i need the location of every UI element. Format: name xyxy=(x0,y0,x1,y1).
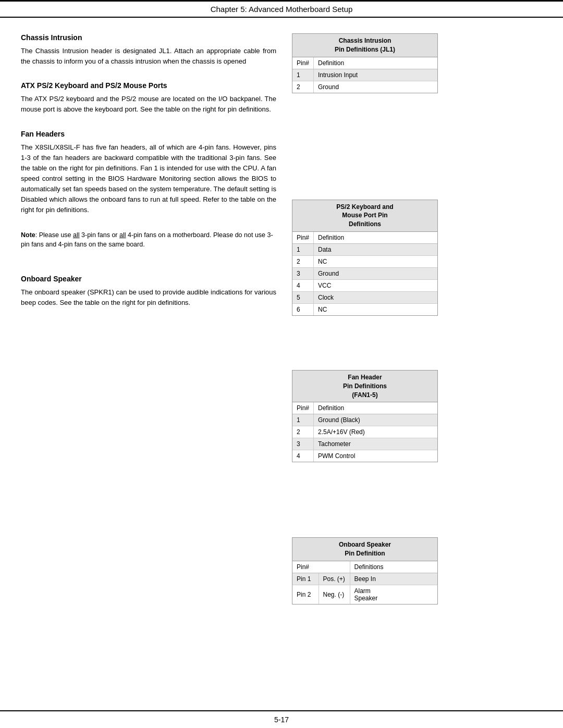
pin-definition: PWM Control xyxy=(314,450,437,462)
chassis-intrusion-table-title: Chassis IntrusionPin Definitions (JL1) xyxy=(292,34,437,57)
chassis-intrusion-table: Pin# Definition 1Intrusion Input2Ground xyxy=(292,57,437,93)
table-row: 1Intrusion Input xyxy=(292,69,437,81)
pin-number: 5 xyxy=(292,291,314,303)
fan-table-title: Fan HeaderPin Definitions(FAN1-5) xyxy=(292,371,437,402)
note-text1: : Please use xyxy=(35,231,73,239)
chassis-intrusion-section: Chassis Intrusion The Chassis Intrusion … xyxy=(21,33,276,67)
ps2-table-header-def: Definition xyxy=(314,232,437,244)
pin-number: 1 xyxy=(292,69,314,81)
pin-definition: Data xyxy=(314,243,437,255)
chassis-intrusion-text: The Chassis Intrusion header is designat… xyxy=(21,46,276,67)
pin-pos: Pos. (+) xyxy=(319,573,350,585)
table-row: 22.5A/+16V (Red) xyxy=(292,426,437,438)
fan-table-header-pin: Pin# xyxy=(292,402,314,414)
fan-headers-section: Fan Headers The X8SIL/X8SIL-F has five f… xyxy=(21,130,276,216)
ps2-table-header-pin: Pin# xyxy=(292,232,314,244)
note-label: Note xyxy=(21,231,35,239)
table-row: Pin 2Neg. (-)AlarmSpeaker xyxy=(292,585,437,604)
table-row: 2NC xyxy=(292,255,437,267)
pin-number: 3 xyxy=(292,267,314,279)
onboard-speaker-table-wrapper: Onboard SpeakerPin Definition Pin# Defin… xyxy=(292,537,438,604)
onboard-speaker-table: Pin# Definitions Pin 1Pos. (+)Beep InPin… xyxy=(292,561,437,604)
spacer-3 xyxy=(292,475,438,537)
chassis-table-header-pin: Pin# xyxy=(292,57,314,69)
fan-table: Pin# Definition 1Ground (Black)22.5A/+16… xyxy=(292,402,437,462)
note-text2: 3-pin fans or xyxy=(80,231,119,239)
pin-definition: Tachometer xyxy=(314,438,437,450)
spkr-header-def: Definitions xyxy=(350,561,437,573)
table-row: 2Ground xyxy=(292,81,437,93)
page-header: Chapter 5: Advanced Motherboard Setup xyxy=(0,0,563,18)
onboard-speaker-table-title: Onboard SpeakerPin Definition xyxy=(292,538,437,561)
atx-ps2-section: ATX PS/2 Keyboard and PS/2 Mouse Ports T… xyxy=(21,81,276,115)
pin-definition: Ground xyxy=(314,81,437,93)
fan-headers-text: The X8SIL/X8SIL-F has five fan headers, … xyxy=(21,142,276,216)
pin-definition: NC xyxy=(314,255,437,267)
pin-definition: AlarmSpeaker xyxy=(350,585,437,604)
page-footer: 5-17 xyxy=(0,710,563,728)
pin-number: 1 xyxy=(292,414,314,426)
spkr-header-mid xyxy=(319,561,350,573)
onboard-speaker-section: Onboard Speaker The onboard speaker (SPK… xyxy=(21,275,276,308)
pin-definition: Ground xyxy=(314,267,437,279)
table-row: 4PWM Control xyxy=(292,450,437,462)
table-row: 3Ground xyxy=(292,267,437,279)
table-row: 4VCC xyxy=(292,279,437,291)
left-column: Chassis Intrusion The Chassis Intrusion … xyxy=(21,33,276,617)
pin-pos: Neg. (-) xyxy=(319,585,350,604)
onboard-speaker-title: Onboard Speaker xyxy=(21,275,276,283)
pin-definition: Ground (Black) xyxy=(314,414,437,426)
pin-number: Pin 2 xyxy=(292,585,319,604)
ps2-table-title: PS/2 Keyboard andMouse Port PinDefinitio… xyxy=(292,200,437,232)
spkr-header-pin: Pin# xyxy=(292,561,319,573)
fan-table-header-def: Definition xyxy=(314,402,437,414)
note-all2: all xyxy=(119,231,126,239)
table-row: Pin 1Pos. (+)Beep In xyxy=(292,573,437,585)
table-row: 1Ground (Black) xyxy=(292,414,437,426)
spacer-2 xyxy=(292,328,438,370)
pin-number: 3 xyxy=(292,438,314,450)
pin-number: 1 xyxy=(292,243,314,255)
pin-definition: 2.5A/+16V (Red) xyxy=(314,426,437,438)
chassis-intrusion-table-wrapper: Chassis IntrusionPin Definitions (JL1) P… xyxy=(292,33,438,93)
content-area: Chassis Intrusion The Chassis Intrusion … xyxy=(0,33,563,648)
pin-number: 2 xyxy=(292,255,314,267)
spacer-1 xyxy=(292,106,438,200)
onboard-speaker-text: The onboard speaker (SPKR1) can be used … xyxy=(21,287,276,308)
pin-number: 2 xyxy=(292,81,314,93)
pin-number: Pin 1 xyxy=(292,573,319,585)
table-row: 3Tachometer xyxy=(292,438,437,450)
chassis-table-header-def: Definition xyxy=(314,57,437,69)
atx-ps2-title: ATX PS/2 Keyboard and PS/2 Mouse Ports xyxy=(21,81,276,90)
pin-number: 4 xyxy=(292,450,314,462)
pin-number: 4 xyxy=(292,279,314,291)
fan-table-wrapper: Fan HeaderPin Definitions(FAN1-5) Pin# D… xyxy=(292,370,438,462)
table-row: 1Data xyxy=(292,243,437,255)
note-all1: all xyxy=(73,231,80,239)
fan-headers-title: Fan Headers xyxy=(21,130,276,138)
pin-definition: Beep In xyxy=(350,573,437,585)
header-title: Chapter 5: Advanced Motherboard Setup xyxy=(211,5,353,14)
ps2-table: Pin# Definition 1Data2NC3Ground4VCC5Cloc… xyxy=(292,232,437,315)
fan-note: Note: Please use all 3-pin fans or all 4… xyxy=(21,230,276,250)
ps2-table-wrapper: PS/2 Keyboard andMouse Port PinDefinitio… xyxy=(292,200,438,316)
pin-number: 6 xyxy=(292,303,314,315)
table-row: 6NC xyxy=(292,303,437,315)
chassis-intrusion-title: Chassis Intrusion xyxy=(21,33,276,42)
pin-definition: Intrusion Input xyxy=(314,69,437,81)
footer-page-number: 5-17 xyxy=(274,715,289,724)
table-row: 5Clock xyxy=(292,291,437,303)
pin-number: 2 xyxy=(292,426,314,438)
right-column: Chassis IntrusionPin Definitions (JL1) P… xyxy=(292,33,438,617)
page-container: Chapter 5: Advanced Motherboard Setup Ch… xyxy=(0,0,563,728)
pin-definition: NC xyxy=(314,303,437,315)
pin-definition: VCC xyxy=(314,279,437,291)
pin-definition: Clock xyxy=(314,291,437,303)
atx-ps2-text: The ATX PS/2 keyboard and the PS/2 mouse… xyxy=(21,94,276,115)
